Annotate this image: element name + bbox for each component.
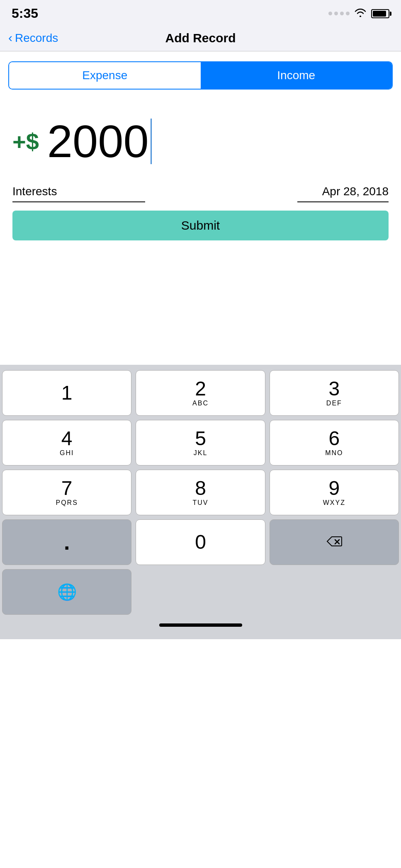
key-dot-main: . — [64, 531, 70, 553]
key-globe[interactable]: 🌐 — [2, 569, 131, 615]
key-5-sub: JKL — [194, 449, 208, 457]
submit-button[interactable]: Submit — [12, 211, 389, 240]
status-icons — [328, 8, 389, 19]
key-dot[interactable]: . — [2, 519, 131, 565]
keyboard-row-2: 4 GHI 5 JKL 6 MNO — [0, 418, 401, 468]
back-chevron-icon: ‹ — [8, 32, 12, 44]
key-0-main: 0 — [195, 532, 206, 552]
key-9[interactable]: 9 WXYZ — [270, 470, 399, 515]
key-7-sub: PQRS — [56, 499, 78, 507]
submit-container: Submit — [0, 202, 401, 240]
key-5[interactable]: 5 JKL — [136, 420, 265, 466]
form-fields: Interests Apr 28, 2018 — [0, 181, 401, 202]
category-value: Interests — [12, 185, 145, 201]
key-2-main: 2 — [195, 379, 206, 399]
keyboard-row-1: 1 2 ABC 3 DEF — [0, 368, 401, 418]
key-3[interactable]: 3 DEF — [270, 370, 399, 416]
keyboard: 1 2 ABC 3 DEF 4 GHI 5 JKL 6 MNO — [0, 365, 401, 639]
cursor — [151, 119, 152, 164]
key-7[interactable]: 7 PQRS — [2, 470, 131, 515]
keyboard-globe-row: 🌐 — [0, 567, 401, 617]
segment-container: Expense Income — [0, 51, 401, 98]
key-delete[interactable] — [270, 519, 399, 565]
category-field[interactable]: Interests — [12, 185, 145, 202]
keyboard-spacer — [134, 567, 401, 617]
key-5-main: 5 — [195, 429, 206, 449]
key-2[interactable]: 2 ABC — [136, 370, 265, 416]
key-7-main: 7 — [61, 478, 73, 498]
amount-display: +$ 2000 — [0, 98, 401, 181]
key-4-sub: GHI — [60, 449, 74, 457]
back-label: Records — [15, 32, 58, 45]
home-indicator — [159, 623, 242, 627]
page-title: Add Record — [165, 31, 236, 45]
keyboard-row-4: . 0 — [0, 517, 401, 567]
battery-icon — [371, 9, 389, 18]
date-value: Apr 28, 2018 — [322, 185, 389, 201]
segment-income[interactable]: Income — [201, 62, 392, 89]
amount-value[interactable]: 2000 — [47, 119, 152, 164]
signal-icon — [328, 12, 350, 15]
segment-control: Expense Income — [8, 61, 393, 90]
key-0[interactable]: 0 — [136, 519, 265, 565]
key-1[interactable]: 1 — [2, 370, 131, 416]
key-3-main: 3 — [328, 379, 340, 399]
keyboard-rows: 1 2 ABC 3 DEF 4 GHI 5 JKL 6 MNO — [0, 368, 401, 567]
back-button[interactable]: ‹ Records — [8, 32, 58, 45]
wifi-icon — [355, 8, 366, 19]
date-field[interactable]: Apr 28, 2018 — [297, 185, 389, 202]
key-9-sub: WXYZ — [323, 499, 345, 507]
key-3-sub: DEF — [326, 400, 342, 407]
status-bar: 5:35 — [0, 0, 401, 25]
delete-icon — [326, 533, 343, 551]
key-2-sub: ABC — [192, 400, 209, 407]
amount-prefix: +$ — [12, 128, 39, 155]
key-6-main: 6 — [328, 429, 340, 449]
globe-icon: 🌐 — [57, 583, 77, 601]
key-8-sub: TUV — [192, 499, 208, 507]
main-content: Expense Income +$ 2000 Interests Apr 28,… — [0, 51, 401, 365]
spacer — [0, 240, 401, 365]
key-4[interactable]: 4 GHI — [2, 420, 131, 466]
key-1-main: 1 — [61, 383, 73, 403]
key-8-main: 8 — [195, 478, 206, 498]
segment-expense[interactable]: Expense — [9, 62, 201, 89]
key-8[interactable]: 8 TUV — [136, 470, 265, 515]
key-6-sub: MNO — [325, 449, 343, 457]
amount-number: 2000 — [47, 119, 149, 164]
nav-bar: ‹ Records Add Record — [0, 25, 401, 51]
key-6[interactable]: 6 MNO — [270, 420, 399, 466]
key-4-main: 4 — [61, 429, 73, 449]
key-9-main: 9 — [328, 478, 340, 498]
keyboard-row-3: 7 PQRS 8 TUV 9 WXYZ — [0, 468, 401, 517]
status-time: 5:35 — [12, 6, 38, 21]
home-indicator-bar — [0, 617, 401, 639]
